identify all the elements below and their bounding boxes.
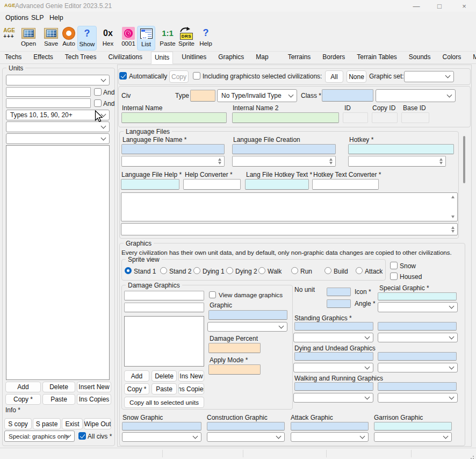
unit-filter-input-2[interactable] xyxy=(6,98,91,108)
and-checkbox-2[interactable] xyxy=(94,99,102,107)
unit-search-combo[interactable] xyxy=(6,75,110,85)
tab-graphics[interactable]: Graphics xyxy=(215,52,247,63)
units-listbox[interactable] xyxy=(6,145,110,380)
attack-graphic-combo[interactable] xyxy=(291,432,369,442)
scroll-up-icon[interactable] xyxy=(451,196,455,198)
standing-graphic-2-input[interactable] xyxy=(378,322,457,331)
close-button[interactable]: × xyxy=(452,0,476,12)
tab-map[interactable]: Map xyxy=(253,52,271,63)
walking-graphic-1-input[interactable] xyxy=(294,382,373,391)
wipe-out-button[interactable]: Wipe Out xyxy=(84,418,111,429)
minimize-button[interactable]: — xyxy=(405,0,428,12)
tab-maps[interactable]: Maps xyxy=(470,52,476,63)
toolbar-hex-button[interactable]: 0x Hex xyxy=(99,26,117,51)
language-file-creation-input[interactable] xyxy=(232,144,336,154)
menu-help[interactable]: Help xyxy=(47,14,66,21)
ins-copies-button[interactable]: Ins Copies xyxy=(77,394,111,405)
and-checkbox-1[interactable] xyxy=(94,88,102,96)
tab-colors[interactable]: Colors xyxy=(439,52,465,63)
damage-paste-button[interactable]: Paste xyxy=(152,383,177,395)
maximize-button[interactable]: □ xyxy=(428,0,451,12)
damage-listbox[interactable] xyxy=(124,316,204,367)
help-converter-input[interactable] xyxy=(183,179,241,190)
hotkey-input[interactable] xyxy=(348,144,454,154)
dying-graphic-2-input[interactable] xyxy=(378,352,457,361)
tab-units[interactable]: Units xyxy=(151,52,173,64)
walking-graphic-2-input[interactable] xyxy=(378,382,457,391)
hotkey-spinner[interactable] xyxy=(348,156,446,167)
all-button[interactable]: All xyxy=(325,70,343,83)
internal-name-2-input[interactable] xyxy=(232,112,339,123)
standing-graphic-2-combo[interactable] xyxy=(378,333,458,342)
tab-terrain-tables[interactable]: Terrain Tables xyxy=(354,52,400,63)
unit-filter-input-1[interactable] xyxy=(6,87,91,97)
icon-input[interactable] xyxy=(327,288,351,296)
snow-graphic-combo[interactable] xyxy=(122,432,201,442)
tab-civilizations[interactable]: Civilizations xyxy=(105,52,146,63)
toolbar-auto-button[interactable]: Auto xyxy=(59,26,78,51)
hotkey-text-area[interactable] xyxy=(121,223,458,235)
tab-techs[interactable]: Techs xyxy=(2,52,25,63)
type-input[interactable] xyxy=(190,90,215,102)
special-graphic-input[interactable] xyxy=(378,292,457,300)
help-text-area[interactable] xyxy=(121,192,458,221)
internal-name-input[interactable] xyxy=(121,112,227,123)
special-mode-combo[interactable]: Special: graphics only xyxy=(4,431,75,442)
radio-attack[interactable] xyxy=(356,267,363,274)
language-file-creation-spinner[interactable] xyxy=(232,156,336,167)
radio-run[interactable] xyxy=(291,267,298,274)
view-damage-checkbox[interactable] xyxy=(209,291,216,298)
tab-borders[interactable]: Borders xyxy=(319,52,348,63)
copy-all-button[interactable]: Copy all to selected units xyxy=(124,397,204,408)
s-copy-button[interactable]: S copy xyxy=(4,418,32,429)
garrison-graphic-input[interactable] xyxy=(374,422,452,431)
tab-sounds[interactable]: Sounds xyxy=(406,52,434,63)
add-button[interactable]: Add xyxy=(5,382,41,392)
lang-file-hotkey-text-input[interactable] xyxy=(245,179,309,190)
damage-ins-new-button[interactable]: Ins New xyxy=(178,370,204,382)
radio-stand-1[interactable] xyxy=(125,267,132,274)
graphic-set-combo[interactable] xyxy=(404,71,454,82)
tab-effects[interactable]: Effects xyxy=(30,52,56,63)
radio-dying-2[interactable] xyxy=(226,267,233,274)
language-file-help-input[interactable] xyxy=(121,179,179,190)
hotkey-text-converter-input[interactable] xyxy=(312,179,379,190)
toolbar-list-button[interactable]: ↔ List xyxy=(137,26,155,51)
spinner-arrows-icon[interactable] xyxy=(218,158,221,164)
tab-terrains[interactable]: Terrains xyxy=(285,52,314,63)
toolbar-0001-button[interactable]: 0001 xyxy=(118,26,139,51)
construction-graphic-input[interactable] xyxy=(207,422,285,431)
dying-graphic-1-input[interactable] xyxy=(294,352,373,361)
damage-input-1[interactable] xyxy=(124,291,204,300)
panel-scrollbar-thumb[interactable] xyxy=(463,136,465,183)
snow-checkbox[interactable] xyxy=(390,262,398,269)
standing-graphic-1-combo[interactable] xyxy=(293,333,373,342)
copy-button[interactable]: Copy * xyxy=(5,394,41,405)
all-civs-checkbox[interactable] xyxy=(78,432,86,440)
scroll-down-icon[interactable] xyxy=(451,216,455,218)
resize-grip-icon[interactable] xyxy=(473,456,474,457)
damage-copy-button[interactable]: Copy * xyxy=(124,383,149,395)
language-file-name-input[interactable] xyxy=(121,144,225,154)
toolbar-open-button[interactable]: Open xyxy=(18,26,39,51)
housed-checkbox[interactable] xyxy=(390,272,398,280)
toolbar-save-button[interactable]: Save xyxy=(41,26,61,51)
toolbar-help-button[interactable]: ? Help xyxy=(198,26,214,51)
damage-delete-button[interactable]: Delete xyxy=(152,370,177,382)
insert-new-button[interactable]: Insert New xyxy=(77,382,111,392)
toolbar-sprite-button[interactable]: DRS Sprite xyxy=(175,26,198,51)
none-button[interactable]: None xyxy=(347,70,366,83)
tab-tech-trees[interactable]: Tech Trees xyxy=(62,52,100,63)
spinner-arrows-icon[interactable] xyxy=(439,158,443,164)
radio-dying-1[interactable] xyxy=(193,267,200,274)
dying-graphic-2-combo[interactable] xyxy=(378,363,458,372)
walking-graphic-2-combo[interactable] xyxy=(378,393,458,403)
damage-percent-input[interactable] xyxy=(208,343,261,353)
including-graphics-checkbox[interactable] xyxy=(193,72,200,80)
menu-slp[interactable]: SLP xyxy=(29,14,46,21)
copy-civ-button[interactable]: Copy xyxy=(169,70,189,83)
toolbar-show-button[interactable]: ? Show xyxy=(77,26,97,51)
snow-graphic-input[interactable] xyxy=(122,422,201,431)
angle-input[interactable] xyxy=(327,299,351,308)
s-paste-button[interactable]: S paste xyxy=(33,418,61,429)
